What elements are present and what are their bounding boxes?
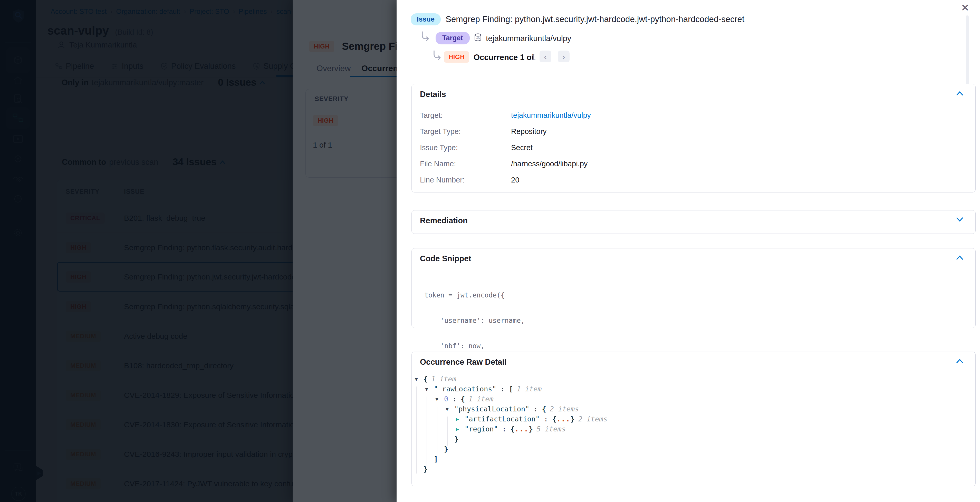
field-value: Repository bbox=[511, 127, 547, 136]
chevron-down-icon[interactable] bbox=[956, 217, 964, 222]
details-section: Details Target: tejakummarikuntla/vulpy … bbox=[412, 84, 976, 192]
tree-row: ▼"physicalLocation" : {2 items bbox=[412, 404, 970, 414]
chevron-up-icon[interactable] bbox=[956, 358, 964, 364]
field-label: Line Number: bbox=[420, 176, 465, 184]
tree-collapse-icon[interactable]: ▼ bbox=[415, 376, 423, 382]
section-title[interactable]: Code Snippet bbox=[420, 254, 471, 263]
field-value: /harness/good/libapi.py bbox=[511, 160, 587, 168]
close-icon[interactable]: ✕ bbox=[958, 0, 973, 15]
field-label: Target: bbox=[420, 111, 443, 119]
tree-collapse-icon[interactable]: ▼ bbox=[435, 396, 444, 402]
tree-row: ▼{1 item bbox=[412, 374, 970, 384]
tree-expand-icon[interactable]: ▶ bbox=[456, 416, 465, 422]
issue-type-badge: Issue bbox=[411, 13, 441, 25]
field-value: Secret bbox=[511, 143, 533, 152]
section-title[interactable]: Occurrence Raw Detail bbox=[420, 357, 507, 367]
tree-row: } bbox=[412, 464, 970, 474]
occurrence-label: Occurrence 1 of bbox=[474, 53, 534, 62]
remediation-section: Remediation bbox=[412, 210, 976, 234]
tree-row: ] bbox=[412, 454, 970, 464]
tree-collapse-icon[interactable]: ▼ bbox=[425, 386, 434, 392]
chevron-up-icon[interactable] bbox=[956, 254, 964, 260]
field-label: Issue Type: bbox=[420, 143, 458, 152]
tree-row: } bbox=[412, 444, 970, 454]
tree-row: ▶"artifactLocation" : {...}2 items bbox=[412, 414, 970, 424]
tree-row: ▼0 : {1 item bbox=[412, 394, 970, 404]
tree-row: } bbox=[412, 434, 970, 444]
return-arrow-icon bbox=[432, 50, 442, 60]
severity-badge: HIGH bbox=[444, 51, 469, 63]
chevron-up-icon[interactable] bbox=[956, 91, 964, 96]
raw-detail-section: Occurrence Raw Detail ▼{1 item ▼"_rawLoc… bbox=[412, 352, 976, 486]
field-label: File Name: bbox=[420, 160, 456, 168]
section-title[interactable]: Details bbox=[420, 90, 446, 99]
svg-text:</>: </> bbox=[476, 37, 480, 40]
tree-collapse-icon[interactable]: ▼ bbox=[445, 406, 454, 412]
json-tree: ▼{1 item ▼"_rawLocations" : [1 item ▼0 :… bbox=[412, 374, 970, 474]
target-name: tejakummarikuntla/vulpy bbox=[486, 34, 571, 43]
occurrence-total: 1 bbox=[531, 53, 536, 62]
prev-occurrence-button[interactable]: ‹ bbox=[539, 51, 551, 62]
code-snippet-section: Code Snippet token = jwt.encode({ 'usern… bbox=[412, 248, 976, 328]
next-occurrence-button[interactable]: › bbox=[558, 51, 570, 62]
repository-icon: </> bbox=[474, 33, 482, 42]
tree-row: ▼"_rawLocations" : [1 item bbox=[412, 384, 970, 394]
finding-title: Semgrep Finding: python.jwt.security.jwt… bbox=[445, 14, 745, 24]
return-arrow-icon bbox=[420, 31, 430, 41]
target-link[interactable]: tejakummarikuntla/vulpy bbox=[511, 111, 591, 119]
occurrence-detail-drawer: ✕ Issue Semgrep Finding: python.jwt.secu… bbox=[396, 0, 980, 502]
field-label: Target Type: bbox=[420, 127, 461, 136]
tree-expand-icon[interactable]: ▶ bbox=[456, 426, 465, 432]
tree-row: ▶"region" : {...}5 items bbox=[412, 424, 970, 434]
field-value: 20 bbox=[511, 176, 519, 184]
target-badge: Target bbox=[436, 32, 470, 44]
section-title[interactable]: Remediation bbox=[420, 216, 468, 226]
